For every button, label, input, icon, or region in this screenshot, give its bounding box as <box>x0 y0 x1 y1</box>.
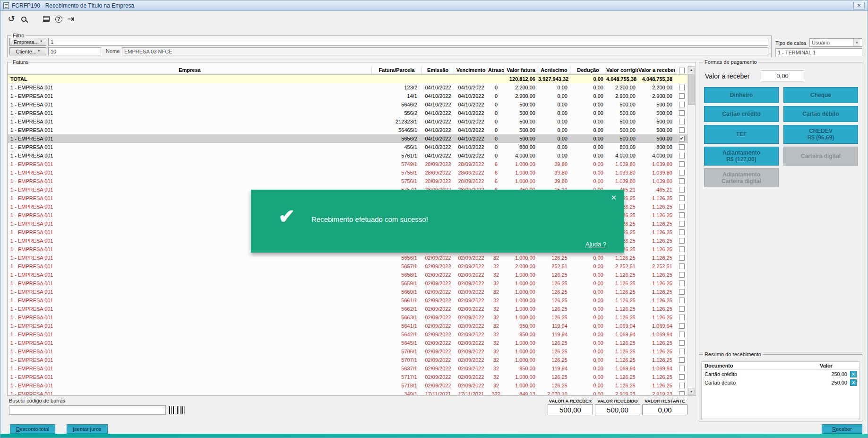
close-icon[interactable]: ✕ <box>853 2 865 9</box>
scroll-thumb[interactable] <box>688 74 695 105</box>
table-row[interactable]: 1 - EMPRESA 0015718/102/09/202202/09/202… <box>8 381 688 390</box>
tipo-caixa-select[interactable]: Usuário ▼ <box>809 38 862 47</box>
row-checkbox[interactable] <box>679 374 685 380</box>
empresa-field[interactable]: 1 <box>48 38 768 46</box>
column-header-empresa[interactable]: Empresa <box>8 66 372 74</box>
row-checkbox[interactable] <box>679 110 685 116</box>
payment-valor-input[interactable]: 0,00 <box>761 70 804 81</box>
empresa-button[interactable]: Empresa... * <box>9 38 46 46</box>
row-checkbox[interactable] <box>679 246 685 252</box>
row-checkbox[interactable] <box>679 383 685 388</box>
payment-button-cheque[interactable]: Cheque <box>783 87 858 103</box>
table-row[interactable]: 1 - EMPRESA 001349/117/11/202117/11/2021… <box>8 390 688 395</box>
table-row[interactable]: 1 - EMPRESA 00156465/104/10/202204/10/20… <box>8 126 688 134</box>
desconto-total-button[interactable]: Desconto total <box>10 424 55 434</box>
row-checkbox[interactable] <box>679 323 685 329</box>
row-checkbox[interactable] <box>679 204 685 210</box>
table-row[interactable]: 1 - EMPRESA 0015707/102/09/202202/09/202… <box>8 356 688 364</box>
table-row[interactable]: 1 - EMPRESA 0015761/104/10/202204/10/202… <box>8 151 688 160</box>
search-icon[interactable] <box>17 13 30 25</box>
row-checkbox[interactable] <box>679 357 685 363</box>
select-all-checkbox[interactable] <box>679 68 685 73</box>
exit-icon[interactable]: ⇥ <box>65 13 77 25</box>
row-checkbox[interactable]: ✔ <box>679 136 685 141</box>
calculator-icon[interactable] <box>40 13 52 25</box>
column-header-vencimento[interactable]: Vencimento <box>454 66 488 74</box>
table-row[interactable]: 1 - EMPRESA 0015657/102/09/202202/09/202… <box>8 262 688 271</box>
table-row[interactable]: 1 - EMPRESA 0015641/102/09/202202/09/202… <box>8 322 688 330</box>
remove-payment-button[interactable]: X <box>850 379 857 386</box>
help-icon[interactable]: ? <box>52 13 65 25</box>
barcode-input[interactable] <box>9 405 166 415</box>
row-checkbox[interactable] <box>679 127 685 133</box>
chevron-down-icon[interactable]: ▼ <box>853 39 860 46</box>
help-link[interactable]: Ajuda ? <box>585 241 606 248</box>
table-row[interactable]: 1 - EMPRESA 0015717/102/09/202202/09/202… <box>8 373 688 381</box>
table-row[interactable]: 1 - EMPRESA 001456/104/10/202204/10/2022… <box>8 143 688 151</box>
row-checkbox[interactable] <box>679 85 685 90</box>
remove-payment-button[interactable]: X <box>850 371 857 377</box>
dialog-close-icon[interactable]: ✕ <box>610 193 617 202</box>
row-checkbox[interactable] <box>679 349 685 354</box>
table-row[interactable]: 1 - EMPRESA 00114/104/10/202204/10/20220… <box>8 92 688 100</box>
payment-button-credev-r-96-69[interactable]: CREDEVR$ (96,69) <box>783 125 858 144</box>
row-checkbox[interactable] <box>679 289 685 295</box>
table-row[interactable]: 1 - EMPRESA 0015663/102/09/202202/09/202… <box>8 313 688 322</box>
column-header-deducao[interactable]: Dedução <box>570 66 606 74</box>
row-checkbox[interactable] <box>679 221 685 227</box>
cliente-field[interactable]: 10 <box>48 47 101 55</box>
table-row[interactable]: 1 - EMPRESA 0015756/128/09/202228/09/202… <box>8 177 688 185</box>
column-header-valor-corrigido[interactable]: Valor corrigido <box>606 66 638 74</box>
payment-button-cartao-debito[interactable]: Cartão débito <box>783 106 858 122</box>
table-row[interactable]: 1 - EMPRESA 0015656/102/09/202202/09/202… <box>8 254 688 262</box>
column-header-valor-fatura[interactable]: Valor fatura <box>504 66 538 74</box>
payment-button-tef[interactable]: TEF <box>704 125 779 144</box>
table-scrollbar[interactable]: ▲ ▼ <box>688 66 695 395</box>
table-row[interactable]: 1 - EMPRESA 0015749/128/09/202228/09/202… <box>8 160 688 168</box>
table-row[interactable]: 1 - EMPRESA 0015706/102/09/202202/09/202… <box>8 347 688 356</box>
row-checkbox[interactable] <box>679 102 685 107</box>
row-checkbox[interactable] <box>679 144 685 150</box>
table-row[interactable]: 1 - EMPRESA 0015656/204/10/202204/10/202… <box>8 134 688 143</box>
row-checkbox[interactable] <box>679 340 685 346</box>
row-checkbox[interactable] <box>679 298 685 303</box>
row-checkbox[interactable] <box>679 272 685 278</box>
row-checkbox[interactable] <box>679 170 685 175</box>
column-header-valor-a-receber[interactable]: Valor a receber <box>638 66 675 74</box>
table-row[interactable]: 1 - EMPRESA 0015661/102/09/202202/09/202… <box>8 296 688 305</box>
row-checkbox[interactable] <box>679 212 685 218</box>
scroll-up-icon[interactable]: ▲ <box>688 66 695 73</box>
table-row[interactable]: 1 - EMPRESA 0015642/102/09/202202/09/202… <box>8 330 688 339</box>
row-checkbox[interactable] <box>679 238 685 244</box>
table-row[interactable]: 1 - EMPRESA 0015658/102/09/202202/09/202… <box>8 271 688 279</box>
row-checkbox[interactable] <box>679 332 685 337</box>
table-row[interactable]: 1 - EMPRESA 0015659/102/09/202202/09/202… <box>8 279 688 288</box>
cliente-button[interactable]: Cliente... * <box>9 47 46 55</box>
payment-button-dinheiro[interactable]: Dinheiro <box>704 87 779 103</box>
row-checkbox[interactable] <box>679 195 685 201</box>
column-header-fatura-parcela[interactable]: Fatura/Parcela <box>372 66 422 74</box>
row-checkbox[interactable] <box>679 153 685 158</box>
row-checkbox[interactable] <box>679 187 685 193</box>
isentar-juros-button[interactable]: Isentar juros <box>67 424 108 434</box>
row-checkbox[interactable] <box>679 366 685 371</box>
scroll-down-icon[interactable]: ▼ <box>688 388 695 395</box>
row-checkbox[interactable] <box>679 391 685 395</box>
row-checkbox[interactable] <box>679 93 685 99</box>
payment-button-cartao-credito[interactable]: Cartão crédito <box>704 106 779 122</box>
table-row[interactable]: 1 - EMPRESA 0015637/102/09/202202/09/202… <box>8 364 688 373</box>
row-checkbox[interactable] <box>679 161 685 167</box>
row-checkbox[interactable] <box>679 255 685 261</box>
undo-icon[interactable]: ↺ <box>5 13 17 25</box>
table-row[interactable]: 1 - EMPRESA 001212323/104/10/202204/10/2… <box>8 117 688 126</box>
receber-button[interactable]: Receber <box>822 424 862 434</box>
table-row[interactable]: 1 - EMPRESA 001123/204/10/202204/10/2022… <box>8 83 688 92</box>
row-checkbox[interactable] <box>679 306 685 312</box>
table-row[interactable]: 1 - EMPRESA 0015660/102/09/202202/09/202… <box>8 288 688 296</box>
row-checkbox[interactable] <box>679 263 685 269</box>
row-checkbox[interactable] <box>679 315 685 320</box>
row-checkbox[interactable] <box>679 280 685 286</box>
column-header-acrescimo[interactable]: Acréscimo <box>538 66 570 74</box>
row-checkbox[interactable] <box>679 119 685 124</box>
table-row[interactable]: 1 - EMPRESA 0015662/102/09/202202/09/202… <box>8 305 688 313</box>
